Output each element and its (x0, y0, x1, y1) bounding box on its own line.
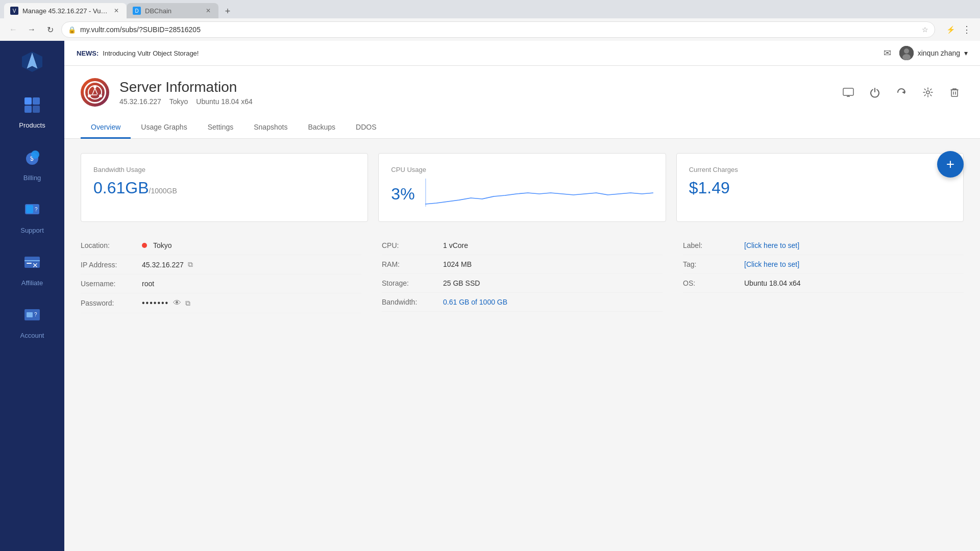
svg-point-24 (93, 85, 96, 88)
address-bar[interactable]: 🔒 my.vultr.com/subs/?SUBID=28516205 ☆ (61, 21, 935, 38)
svg-line-27 (92, 88, 95, 94)
power-icon[interactable] (866, 83, 884, 102)
user-name: xinqun zhang (918, 49, 960, 57)
tab-vultr-close[interactable]: ✕ (112, 7, 120, 15)
ip-label: IP Address: (81, 261, 142, 269)
charges-card: Current Charges $1.49 (676, 153, 964, 222)
tab-usage-graphs[interactable]: Usage Graphs (131, 117, 197, 139)
ip-value: 45.32.16.227 ⧉ (142, 260, 193, 269)
tab-ddos[interactable]: DDOS (346, 117, 386, 139)
info-row-location: Location: Tokyo (81, 236, 361, 255)
tab-backups[interactable]: Backups (298, 117, 346, 139)
fab-add-button[interactable]: + (937, 151, 964, 178)
account-label: Account (20, 332, 44, 339)
tab-dbchain-close[interactable]: ✕ (204, 7, 212, 15)
info-col-right: Label: [Click here to set] Tag: [Click h… (683, 236, 964, 313)
ip-text: 45.32.16.227 (142, 261, 184, 269)
info-col-center: CPU: 1 vCore RAM: 1024 MB Storage: 25 GB… (382, 236, 663, 313)
vultr-logo-svg (19, 49, 45, 74)
password-eye-icon[interactable]: 👁 (173, 298, 181, 308)
bandwidth-number: 0.61GB (93, 179, 149, 197)
sidebar-item-billing[interactable]: $ Billing (0, 137, 64, 190)
support-label: Support (20, 227, 44, 234)
back-button[interactable]: ← (6, 22, 20, 37)
cpu-spec-label: CPU: (382, 241, 443, 249)
info-row-cpu: CPU: 1 vCore (382, 236, 663, 255)
cpu-chart-svg (425, 179, 653, 209)
user-avatar (899, 46, 914, 60)
mail-icon[interactable]: ✉ (884, 47, 891, 59)
sidebar-item-account[interactable]: ? Account (0, 295, 64, 347)
support-icon: ? (20, 198, 44, 222)
storage-label: Storage: (382, 279, 443, 287)
browser-address-bar-container: ← → ↻ 🔒 my.vultr.com/subs/?SUBID=2851620… (0, 18, 980, 41)
tag-set-link[interactable]: [Click here to set] (744, 260, 799, 268)
svg-point-22 (902, 54, 911, 60)
account-icon: ? (20, 303, 44, 328)
address-url-text: my.vultr.com/subs/?SUBID=28516205 (80, 26, 918, 34)
info-row-password: Password: ••••••• 👁 ⧉ (81, 293, 361, 313)
server-title: Server Information (119, 79, 829, 95)
cpu-value: 3% (391, 185, 414, 204)
svg-point-26 (99, 94, 102, 97)
server-ip: 45.32.16.227 (119, 97, 161, 106)
news-text: Introducing Vultr Object Storage! (103, 49, 199, 57)
tab-vultr-title: Manage 45.32.16.227 - Vultr... (22, 7, 108, 15)
server-meta: 45.32.16.227 Tokyo Ubuntu 18.04 x64 (119, 97, 829, 106)
server-info-header: Server Information 45.32.16.227 Tokyo Ub… (81, 78, 964, 107)
extensions-button[interactable]: ⚡ (943, 22, 958, 37)
tabs: Overview Usage Graphs Settings Snapshots… (81, 117, 964, 138)
svg-rect-4 (33, 97, 40, 105)
svg-point-9 (31, 151, 39, 159)
server-label-label: Label: (683, 241, 744, 249)
info-row-storage: Storage: 25 GB SSD (382, 274, 663, 293)
tab-overview[interactable]: Overview (81, 117, 131, 139)
password-copy-icon[interactable]: ⧉ (185, 299, 190, 308)
vultr-tab-favicon: V (10, 7, 18, 15)
info-row-ram: RAM: 1024 MB (382, 255, 663, 274)
server-settings-icon[interactable] (919, 83, 937, 102)
sidebar-item-affiliate[interactable]: ✕ Affiliate (0, 242, 64, 295)
reload-button[interactable]: ↻ (43, 22, 57, 37)
tab-settings[interactable]: Settings (198, 117, 244, 139)
ip-copy-icon[interactable]: ⧉ (188, 260, 193, 269)
news-bar: NEWS: Introducing Vultr Object Storage! … (64, 41, 980, 66)
main-content: NEWS: Introducing Vultr Object Storage! … (64, 41, 980, 551)
charges-value: $1.49 (689, 179, 951, 197)
billing-icon: $ (20, 145, 44, 170)
forward-button[interactable]: → (24, 22, 39, 37)
delete-icon[interactable] (945, 83, 964, 102)
bandwidth-value: 0.61GB/1000GB (93, 179, 355, 197)
star-icon[interactable]: ☆ (922, 26, 928, 34)
cpu-card: CPU Usage 3% (378, 153, 666, 222)
billing-label: Billing (23, 174, 41, 182)
new-tab-button[interactable]: + (220, 4, 235, 18)
sidebar-item-support[interactable]: ? Support (0, 190, 64, 242)
user-menu[interactable]: xinqun zhang ▾ (899, 46, 968, 60)
browser-toolbar-actions: ⚡ ⋮ (943, 22, 974, 37)
ubuntu-logo-svg (87, 85, 103, 100)
info-row-ip: IP Address: 45.32.16.227 ⧉ (81, 255, 361, 274)
news-label: NEWS: (77, 49, 99, 57)
label-set-link[interactable]: [Click here to set] (744, 241, 799, 249)
username-value: root (142, 280, 154, 288)
ram-value: 1024 MB (443, 260, 472, 268)
sidebar-item-products[interactable]: Products (0, 85, 64, 137)
tab-vultr[interactable]: V Manage 45.32.16.227 - Vultr... ✕ (4, 3, 127, 18)
info-section: Location: Tokyo IP Address: 45.32.16.227… (81, 236, 964, 313)
server-actions (839, 83, 964, 102)
ram-label: RAM: (382, 260, 443, 268)
tab-snapshots[interactable]: Snapshots (243, 117, 298, 139)
svg-point-21 (904, 48, 909, 54)
restart-icon[interactable] (892, 83, 911, 102)
vultr-logo[interactable] (19, 49, 45, 74)
bandwidth-detail-label: Bandwidth: (382, 298, 443, 306)
info-row-label: Label: [Click here to set] (683, 236, 964, 255)
bandwidth-card: Bandwidth Usage 0.61GB/1000GB (81, 153, 368, 222)
console-icon[interactable] (839, 83, 857, 102)
ubuntu-logo (81, 78, 109, 107)
bandwidth-link[interactable]: 0.61 GB of 1000 GB (443, 298, 507, 306)
content-header: Server Information 45.32.16.227 Tokyo Ub… (64, 66, 980, 139)
chrome-menu-button[interactable]: ⋮ (960, 22, 974, 37)
tab-dbchain[interactable]: D DBChain ✕ (127, 3, 218, 18)
